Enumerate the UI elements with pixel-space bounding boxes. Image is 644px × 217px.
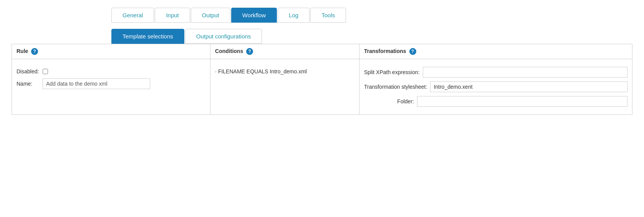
table-row: Disabled: Name: · FILENAME EQUALS Intro_… xyxy=(12,59,632,115)
tab-input[interactable]: Input xyxy=(155,8,190,23)
workflow-table: Rule ? Conditions ? Transformations ? Di… xyxy=(12,44,632,115)
conditions-content: · FILENAME EQUALS Intro_demo.xml xyxy=(215,65,354,78)
transformations-help-icon[interactable]: ? xyxy=(409,48,416,55)
transformation-stylesheet-label: Transformation stylesheet: xyxy=(364,84,427,90)
col-rule: Rule ? xyxy=(12,44,210,59)
disabled-label: Disabled: xyxy=(17,68,40,75)
col-transformations: Transformations ? xyxy=(359,44,632,59)
sub-tabs: Template selections Output configuration… xyxy=(111,29,632,44)
conditions-cell: · FILENAME EQUALS Intro_demo.xml xyxy=(210,59,359,115)
folder-row: Folder: xyxy=(364,96,627,107)
conditions-help-icon[interactable]: ? xyxy=(246,48,253,55)
col-conditions-label: Conditions xyxy=(215,48,243,54)
split-xpath-row: Split XPath expression: xyxy=(364,67,627,78)
folder-input[interactable] xyxy=(417,96,627,107)
transformations-cell: Split XPath expression: Transformation s… xyxy=(359,59,632,115)
tab-template-selections[interactable]: Template selections xyxy=(111,29,184,44)
folder-label: Folder: xyxy=(364,98,414,104)
name-label: Name: xyxy=(17,81,40,87)
disabled-checkbox[interactable] xyxy=(43,69,48,74)
conditions-text: · FILENAME EQUALS Intro_demo.xml xyxy=(215,68,307,75)
top-tabs: General Input Output Workflow Log Tools xyxy=(111,8,632,23)
tab-output-configurations[interactable]: Output configurations xyxy=(185,29,262,44)
split-xpath-label: Split XPath expression: xyxy=(364,69,420,75)
transformations-content: Split XPath expression: Transformation s… xyxy=(364,65,627,109)
col-transformations-label: Transformations xyxy=(364,48,406,54)
rule-content: Disabled: Name: xyxy=(17,65,205,93)
name-row: Name: xyxy=(17,78,205,89)
tab-tools[interactable]: Tools xyxy=(310,8,346,23)
name-input[interactable] xyxy=(43,78,150,89)
split-xpath-input[interactable] xyxy=(423,67,627,78)
tab-general[interactable]: General xyxy=(111,8,154,23)
col-conditions: Conditions ? xyxy=(210,44,359,59)
rule-cell: Disabled: Name: xyxy=(12,59,210,115)
disabled-row: Disabled: xyxy=(17,68,205,75)
tab-log[interactable]: Log xyxy=(278,8,310,23)
rule-help-icon[interactable]: ? xyxy=(31,48,38,55)
col-rule-label: Rule xyxy=(17,48,28,54)
tab-workflow[interactable]: Workflow xyxy=(231,8,277,23)
transformation-stylesheet-input[interactable] xyxy=(430,81,627,92)
transformation-stylesheet-row: Transformation stylesheet: xyxy=(364,81,627,92)
tab-output[interactable]: Output xyxy=(191,8,230,23)
